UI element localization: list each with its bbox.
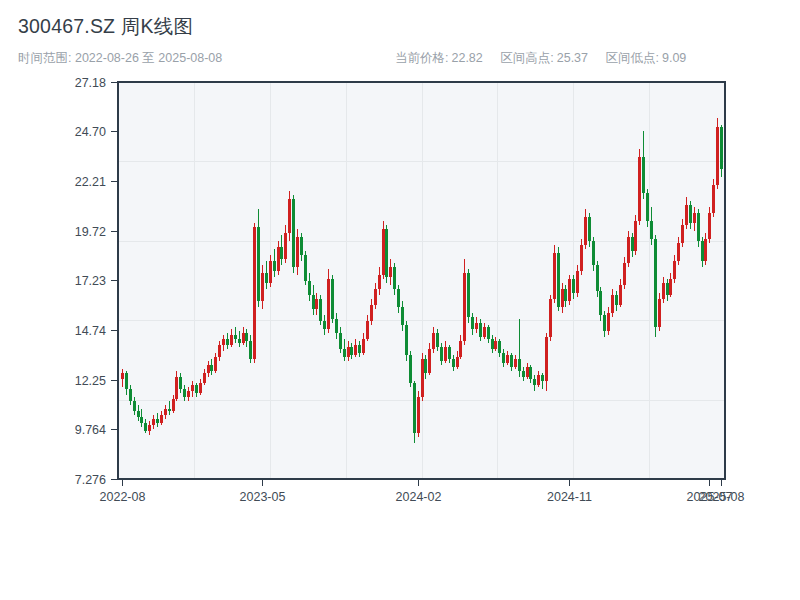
x-axis: 2022-082023-052024-022024-112025-072025-…: [100, 479, 745, 504]
candle: [253, 223, 256, 363]
svg-text:2022-08: 2022-08: [100, 490, 146, 504]
candle: [304, 251, 307, 285]
svg-text:19.72: 19.72: [75, 225, 106, 239]
svg-text:22.21: 22.21: [75, 175, 106, 189]
candle: [553, 245, 556, 303]
candle: [417, 391, 420, 437]
svg-text:7.276: 7.276: [75, 473, 106, 487]
candle: [385, 225, 388, 283]
svg-text:14.74: 14.74: [75, 324, 106, 338]
svg-text:9.764: 9.764: [75, 423, 106, 437]
candle: [638, 149, 641, 225]
candle: [409, 351, 412, 387]
candle: [421, 353, 424, 401]
candle: [549, 295, 552, 341]
candle: [467, 269, 470, 323]
candle: [319, 295, 322, 325]
candle: [382, 221, 385, 279]
svg-text:2025-08: 2025-08: [699, 490, 745, 504]
svg-text:2024-11: 2024-11: [547, 490, 592, 504]
candle: [568, 275, 571, 305]
svg-text:17.23: 17.23: [75, 274, 106, 288]
kline-chart: 27.1824.7022.2119.7217.2314.7412.259.764…: [0, 0, 800, 600]
candle: [405, 321, 408, 361]
svg-text:24.70: 24.70: [75, 125, 106, 139]
kline-chart-page: 300467.SZ 周K线图 时间范围: 2022-08-26 至 2025-0…: [0, 0, 800, 600]
svg-text:2024-02: 2024-02: [396, 490, 442, 504]
y-axis: 27.1824.7022.2119.7217.2314.7412.259.764…: [75, 76, 117, 487]
svg-text:2023-05: 2023-05: [240, 490, 286, 504]
candle: [654, 235, 657, 337]
candle: [716, 118, 719, 189]
plot-area: [118, 82, 725, 479]
svg-text:12.25: 12.25: [75, 374, 106, 388]
candle: [557, 247, 560, 311]
svg-text:27.18: 27.18: [75, 76, 106, 90]
candle: [331, 275, 334, 323]
candle: [292, 195, 295, 273]
